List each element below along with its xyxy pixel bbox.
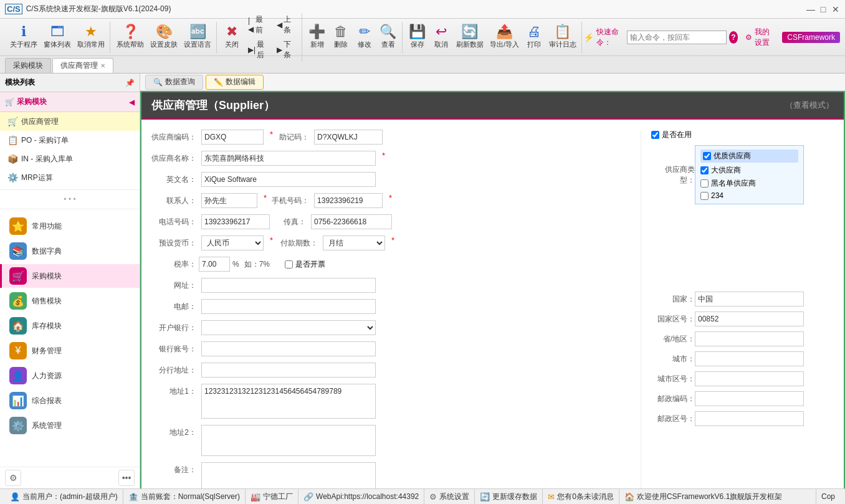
system-help-btn[interactable]: ❓ 系统帮助 [114,22,146,53]
form-header: 供应商管理（Supplier） （查看模式） [141,92,844,120]
module-tab-supplier[interactable]: 供应商管理 ✕ [52,58,113,73]
sidebar-module-common[interactable]: ⭐ 常用功能 [0,214,140,238]
bank-account-input[interactable] [201,341,376,356]
payment-select[interactable]: 月结 [323,235,385,250]
maximize-btn[interactable]: □ [819,5,828,14]
cancel-common-btn[interactable]: ★ 取消常用 [75,22,107,53]
export-import-btn[interactable]: 📤 导出/导入 [487,22,522,53]
sidebar-header: 模块列表 📌 [0,74,140,92]
prev-btn[interactable]: ◀ 上条 [273,13,299,37]
is-active-checkbox[interactable] [651,131,659,139]
save-btn[interactable]: 💾 保存 [406,22,429,53]
country-code-label: 国家区号： [651,314,695,325]
country-input[interactable] [695,292,804,307]
print-btn[interactable]: 🖨 打印 [523,22,545,53]
set-skin-btn[interactable]: 🎨 设置皮肤 [148,22,180,53]
type-234-checkbox[interactable] [700,192,709,200]
query-btn[interactable]: 🔍 查看 [377,22,399,53]
quick-cmd-input[interactable] [627,31,727,44]
next-btn[interactable]: ▶ 下条 [273,38,299,62]
branch-addr-input[interactable] [201,363,376,378]
english-name-input[interactable] [201,172,376,187]
mobile-input[interactable] [314,193,383,208]
phone-input[interactable] [201,214,270,229]
cancel-btn[interactable]: ↩ 取消 [430,22,452,53]
sidebar-module-system[interactable]: ⚙️ 系统管理 [0,414,140,437]
addr1-textarea[interactable]: 123231231321231231456456454789789 [201,384,376,419]
edit-tab-icon: ✏️ [214,78,223,87]
sidebar-module-sales[interactable]: 💰 销售模块 [0,289,140,313]
province-input[interactable] [695,331,804,346]
sidebar-module-header[interactable]: 🛒 采购模块 ◀ [0,92,140,112]
sidebar-pin-btn[interactable]: 📌 [125,78,135,87]
window-list-btn[interactable]: 🗔 窗体列表 [41,22,74,53]
tab-data-query[interactable]: 🔍 数据查询 [145,75,203,90]
bank-select[interactable] [201,320,376,335]
tab-data-edit[interactable]: ✏️ 数据编辑 [206,75,264,90]
close-form-btn[interactable]: ✖ 关闭 [221,22,243,53]
status-system-settings[interactable]: ⚙ 系统设置 [424,489,475,504]
sidebar-item-in[interactable]: 📦 IN - 采购入库单 [0,150,140,168]
type-large-checkbox[interactable] [700,166,709,174]
add-btn[interactable]: ➕ 新增 [306,22,328,53]
city-input[interactable] [695,351,804,366]
supplier-tab-close[interactable]: ✕ [100,62,105,69]
city-code-input[interactable] [695,371,804,386]
currency-select[interactable]: 人民币 [201,235,264,250]
sidebar-item-po[interactable]: 📋 PO - 采购订单 [0,131,140,150]
remarks-textarea[interactable] [201,462,376,488]
sidebar-item-supplier[interactable]: 🛒 供应商管理 [0,112,140,131]
status-refresh-cache[interactable]: 🔄 更新缓存数据 [475,489,543,504]
type-blacklist-checkbox[interactable] [700,179,709,188]
toolbar: ℹ 关于程序 🗔 窗体列表 ★ 取消常用 ❓ 系统帮助 🎨 设置皮肤 🔤 设置语… [0,19,845,56]
modify-btn[interactable]: ✏ 修改 [353,22,376,53]
country-code-input[interactable] [695,311,804,326]
website-input[interactable] [201,278,376,293]
sidebar-in-label: IN - 采购入库单 [21,154,73,164]
toolbar-group-system: ℹ 关于程序 🗔 窗体列表 ★ 取消常用 [5,22,110,53]
is-active-label: 是否在用 [662,130,692,140]
sidebar-more-btn[interactable]: ••• [118,470,135,486]
sidebar-module-reports[interactable]: 📊 综合报表 [0,389,140,412]
minimize-btn[interactable]: — [806,5,815,14]
close-form-label: 关闭 [225,40,239,49]
last-btn[interactable]: ▶| 最后 [244,38,272,62]
email-input[interactable] [201,299,376,314]
nav-row-top: |◀ 最前 ◀ 上条 [244,13,299,37]
module-tab-procurement[interactable]: 采购模块 [5,58,51,73]
postal-district-input[interactable] [695,411,804,426]
status-messages[interactable]: ✉ 您有0条未读消息 [543,489,619,504]
close-btn[interactable]: ✕ [831,5,840,14]
sidebar-item-mrp[interactable]: ⚙️ MRP运算 [0,168,140,187]
about-program-btn[interactable]: ℹ 关于程序 [7,22,40,53]
sidebar-settings-btn[interactable]: ⚙ [5,470,21,486]
postal-code-input[interactable] [695,391,804,406]
sidebar-module-procurement[interactable]: 🛒 采购模块 [0,264,140,288]
contact-input[interactable] [201,193,257,208]
audit-log-btn[interactable]: 📋 审计日志 [547,22,579,53]
status-factory: 🏭 宁德工厂 [246,489,298,504]
supplier-name-input[interactable] [201,151,376,166]
sidebar-divider-1 [0,189,140,190]
set-language-btn[interactable]: 🔤 设置语言 [181,22,214,53]
delete-btn[interactable]: 🗑 删除 [330,22,352,53]
refresh-btn[interactable]: 🔄 刷新数据 [454,22,486,53]
invoice-checkbox[interactable] [285,260,293,269]
supplier-code-input[interactable] [201,130,264,145]
my-settings-btn[interactable]: ⚙ 我的设置 [745,27,775,48]
first-btn[interactable]: |◀ 最前 [244,13,272,37]
tax-input[interactable] [199,257,230,272]
fax-input[interactable] [311,214,392,229]
sidebar-module-hr[interactable]: 👤 人力资源 [0,364,140,388]
addr2-textarea[interactable] [201,425,376,456]
lang-icon: 🔤 [189,25,206,39]
help-btn[interactable]: ? [729,31,738,44]
title-bar: C/S C/S系统快速开发框架-旗舰版V6.1(2024-09) — □ ✕ [0,0,845,19]
sidebar-module-inventory[interactable]: 🏠 库存模块 [0,314,140,338]
form-right-col: 是否在用 供应商类型： 优质供应商 [641,130,834,488]
sidebar-module-dict[interactable]: 📚 数据字典 [0,239,140,263]
sidebar-module-finance[interactable]: ¥ 财务管理 [0,339,140,363]
memo-code-input[interactable] [314,130,383,145]
type-quality-checkbox[interactable] [703,152,711,160]
procurement-tab-label: 采购模块 [13,60,43,71]
